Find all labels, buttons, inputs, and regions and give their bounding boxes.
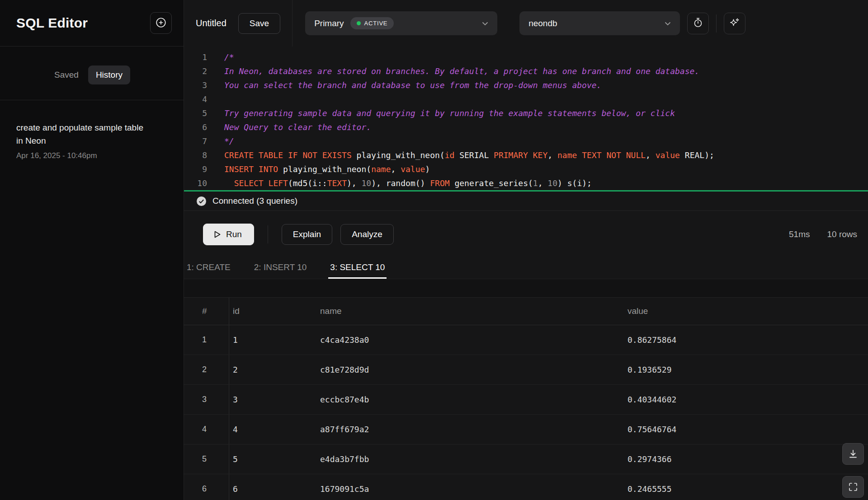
result-tabs: 1: CREATE2: INSERT 103: SELECT 10 — [184, 257, 868, 279]
code-line: 7*/ — [184, 134, 868, 148]
table-cell: 5 — [229, 454, 316, 464]
line-number: 7 — [184, 134, 212, 148]
ai-assist-button[interactable] — [724, 13, 745, 34]
actions-divider — [268, 225, 268, 243]
table-cell: 5 — [184, 444, 229, 474]
download-results-button[interactable] — [842, 443, 864, 465]
toolbar-divider — [292, 0, 292, 47]
branch-select[interactable]: Primary ACTIVE — [305, 11, 497, 35]
table-cell: c81e728d9d — [316, 365, 624, 374]
sidebar-tabs: SavedHistory — [0, 47, 184, 100]
code-text: CREATE TABLE IF NOT EXISTS playing_with_… — [212, 148, 714, 162]
save-button[interactable]: Save — [238, 13, 280, 34]
result-tab-2[interactable]: 2: INSERT 10 — [252, 257, 309, 279]
code-text: Try generating sample data and querying … — [212, 106, 675, 120]
connection-status: Connected (3 queries) — [184, 192, 868, 211]
line-number: 6 — [184, 120, 212, 134]
line-number: 10 — [184, 176, 212, 190]
column-header-id: id — [229, 306, 316, 316]
column-header-value: value — [624, 306, 868, 316]
table-cell: 6 — [229, 484, 316, 494]
explain-button[interactable]: Explain — [282, 224, 332, 245]
table-row: 22c81e728d9d0.1936529 — [184, 355, 868, 385]
sidebar-tab-history[interactable]: History — [88, 65, 130, 84]
sparkles-icon — [729, 17, 740, 29]
code-text: SELECT LEFT(md5(i::TEXT), 10), random() … — [212, 176, 592, 190]
database-name: neondb — [528, 19, 557, 28]
code-line: 9INSERT INTO playing_with_neon(name, val… — [184, 162, 868, 176]
code-text: /* — [212, 50, 234, 64]
code-text: */ — [212, 134, 234, 148]
chevron-down-icon — [665, 19, 671, 28]
table-cell: 0.2974366 — [624, 454, 868, 464]
table-cell: 4 — [229, 425, 316, 434]
table-row: 661679091c5a0.2465555 — [184, 474, 868, 500]
actions-row: Run Explain Analyze 51ms 10 rows — [184, 211, 868, 257]
stopwatch-icon — [693, 17, 703, 29]
database-select[interactable]: neondb — [519, 11, 680, 35]
table-cell: 0.40344602 — [624, 395, 868, 404]
code-line: 8CREATE TABLE IF NOT EXISTS playing_with… — [184, 148, 868, 162]
expand-results-button[interactable] — [842, 476, 864, 498]
main: Untitled Save Primary ACTIVE neondb — [184, 0, 868, 500]
sidebar: SQL Editor SavedHistory create and popul… — [0, 0, 184, 500]
fullscreen-icon — [848, 481, 859, 492]
table-header-row: #idnamevalue — [184, 297, 868, 325]
code-text: New Query to clear the editor. — [212, 120, 371, 134]
code-line: 6New Query to clear the editor. — [184, 120, 868, 134]
code-text: You can select the branch and database t… — [212, 78, 601, 92]
line-number: 1 — [184, 50, 212, 64]
branch-name: Primary — [314, 19, 344, 28]
result-tab-3[interactable]: 3: SELECT 10 — [328, 257, 387, 279]
table-cell: c4ca4238a0 — [316, 335, 624, 345]
results-spacer — [184, 279, 868, 297]
app: SQL Editor SavedHistory create and popul… — [0, 0, 868, 500]
table-cell: 2 — [184, 355, 229, 384]
history-item[interactable]: create and populate sample table in Neon… — [0, 100, 184, 169]
table-cell: 1 — [184, 325, 229, 355]
line-number: 3 — [184, 78, 212, 92]
toolbar-divider — [716, 14, 717, 33]
code-text: INSERT INTO playing_with_neon(name, valu… — [212, 162, 430, 176]
code-line: 2In Neon, databases are stored on branch… — [184, 64, 868, 78]
line-number: 4 — [184, 92, 212, 106]
query-history-button[interactable] — [687, 13, 709, 34]
code-line: 5Try generating sample data and querying… — [184, 106, 868, 120]
code-text — [212, 92, 224, 106]
new-query-button[interactable] — [150, 12, 172, 34]
plus-circle-icon — [155, 17, 167, 30]
table-cell: 0.75646764 — [624, 425, 868, 434]
history-item-title: create and populate sample table in Neon — [16, 121, 146, 147]
table-cell: a87ff679a2 — [316, 425, 624, 434]
connection-status-text: Connected (3 queries) — [212, 196, 297, 206]
table-cell: 6 — [184, 474, 229, 500]
table-body: 11c4ca4238a00.8627586422c81e728d9d0.1936… — [184, 325, 868, 500]
toolbar: Untitled Save Primary ACTIVE neondb — [184, 0, 868, 47]
table-cell: 3 — [184, 385, 229, 414]
table-cell: 2 — [229, 365, 316, 374]
table-cell: 1679091c5a — [316, 484, 624, 494]
table-cell: 3 — [229, 395, 316, 404]
history-item-date: Apr 16, 2025 - 10:46pm — [16, 151, 167, 160]
line-number: 8 — [184, 148, 212, 162]
code-line: 1/* — [184, 50, 868, 64]
query-time: 51ms — [789, 229, 810, 239]
column-header-index: # — [184, 298, 229, 325]
column-header-name: name — [316, 306, 624, 316]
chevron-down-icon — [482, 19, 488, 28]
doc-title: Untitled — [196, 18, 226, 28]
sql-editor[interactable]: 1/*2In Neon, databases are stored on bra… — [184, 47, 868, 190]
code-line: 3You can select the branch and database … — [184, 78, 868, 92]
analyze-button[interactable]: Analyze — [340, 224, 394, 245]
active-dot-icon — [357, 21, 361, 25]
table-cell: 1 — [229, 335, 316, 345]
table-cell: e4da3b7fbb — [316, 454, 624, 464]
line-number: 5 — [184, 106, 212, 120]
table-cell: eccbc87e4b — [316, 395, 624, 404]
result-tab-1[interactable]: 1: CREATE — [185, 257, 232, 279]
code-line: 4 — [184, 92, 868, 106]
run-button[interactable]: Run — [203, 224, 254, 245]
table-row: 44a87ff679a20.75646764 — [184, 415, 868, 444]
sidebar-tab-saved[interactable]: Saved — [47, 65, 86, 84]
sidebar-header: SQL Editor — [0, 0, 184, 47]
